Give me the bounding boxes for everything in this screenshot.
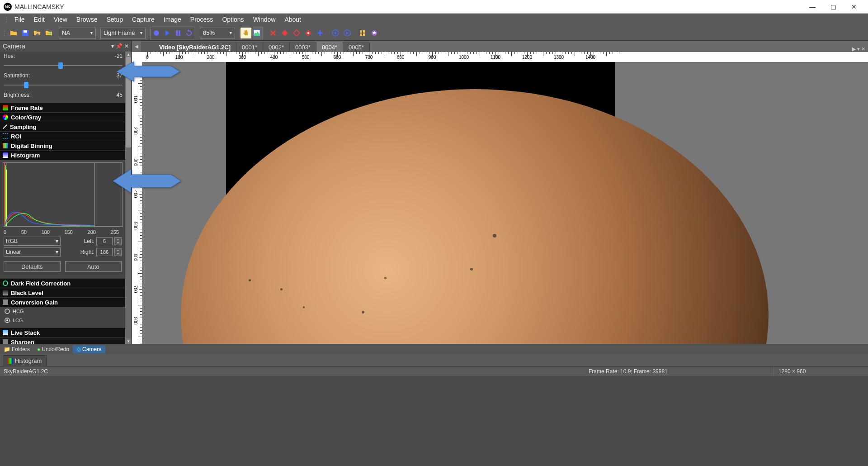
tab-video[interactable]: Video [SkyRaiderAG1.2C] xyxy=(141,42,236,52)
record-button[interactable] xyxy=(151,28,162,38)
histogram-axis: 050100150200255 xyxy=(0,229,123,235)
menu-process[interactable]: Process xyxy=(186,14,218,25)
new-image-button[interactable] xyxy=(251,28,262,38)
svg-rect-11 xyxy=(360,33,362,36)
frame-type-combo[interactable]: Light Frame▾ xyxy=(100,28,146,38)
menu-file[interactable]: File xyxy=(10,14,29,25)
saturation-slider[interactable] xyxy=(4,81,123,90)
captured-image xyxy=(226,62,615,344)
nav-forward-button[interactable] xyxy=(342,28,353,38)
save-button[interactable] xyxy=(20,28,31,38)
section-dark-field[interactable]: Dark Field Correction▾ xyxy=(0,278,132,288)
tabs-close-icon[interactable]: ✕ xyxy=(861,46,865,52)
histogram-auto-button[interactable]: Auto xyxy=(65,261,122,272)
svg-rect-1 xyxy=(24,30,27,33)
menu-setup[interactable]: Setup xyxy=(102,14,127,25)
grip-icon: ⋮ xyxy=(2,30,7,36)
window-titlebar: MC MALLINCAMSKY — ▢ ✕ xyxy=(0,0,868,14)
menu-image[interactable]: Image xyxy=(159,14,186,25)
camera-tab[interactable]: ◎Camera xyxy=(73,345,105,353)
grip-icon: ⋮ xyxy=(3,16,10,23)
section-histogram[interactable]: Histogram▴ xyxy=(0,150,132,160)
play-button[interactable] xyxy=(162,28,173,38)
hcg-radio-row[interactable]: HCG xyxy=(0,307,132,316)
minimize-button[interactable]: — xyxy=(802,0,823,14)
blue-plus-button[interactable] xyxy=(315,28,326,38)
undo-redo-tab[interactable]: ●Undo/Redo xyxy=(33,345,73,353)
section-sharpen[interactable]: Sharpen▾ xyxy=(0,337,132,344)
pin-icon[interactable]: 📌 xyxy=(116,43,123,49)
brightness-value: 45 xyxy=(117,92,123,98)
section-roi[interactable]: ROI▾ xyxy=(0,131,132,141)
hist-right-input[interactable] xyxy=(96,248,113,256)
hue-slider[interactable] xyxy=(4,61,123,70)
section-sampling[interactable]: Sampling▾ xyxy=(0,122,132,131)
na-combo[interactable]: NA▾ xyxy=(59,28,96,38)
section-live-stack[interactable]: Live Stack▾ xyxy=(0,328,132,337)
image-tabstrip: ◀ Video [SkyRaiderAG1.2C] 0001* 0002* 00… xyxy=(132,41,868,52)
tabs-nav-left[interactable]: ◀ xyxy=(133,43,140,50)
status-frame-rate: Frame Rate: 10.9; Frame: 39981 xyxy=(584,366,774,376)
histogram-scale-select[interactable]: Linear▾ xyxy=(4,247,61,257)
frame-type-label: Light Frame xyxy=(104,29,135,36)
menu-about[interactable]: About xyxy=(280,14,306,25)
effects-2-button[interactable] xyxy=(369,28,380,38)
tabs-nav-right[interactable]: ▶ xyxy=(852,46,856,52)
menu-view[interactable]: View xyxy=(49,14,72,25)
histogram-icon xyxy=(8,358,13,364)
hist-left-spinner[interactable]: ▲▼ xyxy=(114,237,122,245)
status-resolution: 1280 × 960 xyxy=(774,366,864,376)
hist-right-spinner[interactable]: ▲▼ xyxy=(114,248,122,256)
transfer-button[interactable] xyxy=(43,28,54,38)
nav-back-button[interactable] xyxy=(330,28,341,38)
camera-panel-header[interactable]: Camera ▾ 📌 ✕ xyxy=(0,41,132,52)
histogram-mode-select[interactable]: RGB▾ xyxy=(4,237,61,246)
histogram-display[interactable] xyxy=(3,162,123,227)
open-file-button[interactable] xyxy=(8,28,19,38)
menu-window[interactable]: Window xyxy=(249,14,280,25)
maximize-button[interactable]: ▢ xyxy=(823,0,844,14)
dropdown-icon[interactable]: ▾ xyxy=(111,43,114,49)
menu-edit[interactable]: Edit xyxy=(29,14,49,25)
saturation-slider-row: Saturation: 37 xyxy=(0,71,132,90)
image-canvas[interactable] xyxy=(142,62,868,344)
browse-button[interactable] xyxy=(32,28,42,38)
histogram-dock-tab[interactable]: Histogram xyxy=(3,355,47,366)
folders-tab[interactable]: 📁Folders xyxy=(0,345,33,353)
red-diamond-1-button[interactable] xyxy=(279,28,290,38)
hist-left-input[interactable] xyxy=(96,237,113,245)
effects-1-button[interactable] xyxy=(357,28,368,38)
menu-browse[interactable]: Browse xyxy=(72,14,102,25)
zoom-value: 85% xyxy=(203,29,215,36)
status-camera-name: SkyRaiderAG1.2C xyxy=(4,368,48,375)
app-logo-icon: MC xyxy=(4,3,12,11)
tabs-menu-icon[interactable]: ▾ xyxy=(857,46,860,52)
tab-0001[interactable]: 0001* xyxy=(236,42,263,52)
hist-left-label: Left: xyxy=(84,238,94,244)
lcg-radio-row[interactable]: LCG xyxy=(0,316,132,325)
section-color-gray[interactable]: Color/Gray▾ xyxy=(0,112,132,122)
svg-marker-17 xyxy=(113,169,181,193)
section-frame-rate[interactable]: Frame Rate▾ xyxy=(0,103,132,112)
zoom-combo[interactable]: 85%▾ xyxy=(200,28,235,38)
loop-button[interactable] xyxy=(184,28,194,38)
tab-0002[interactable]: 0002* xyxy=(263,42,290,52)
section-conversion-gain[interactable]: Conversion Gain▴ xyxy=(0,297,132,307)
menu-options[interactable]: Options xyxy=(217,14,248,25)
section-black-level[interactable]: Black Level▾ xyxy=(0,288,132,297)
red-diamond-2-button[interactable] xyxy=(291,28,302,38)
hue-slider-row: Hue: -21 xyxy=(0,52,132,71)
red-x-button[interactable] xyxy=(268,28,278,38)
close-panel-icon[interactable]: ✕ xyxy=(124,43,129,49)
close-button[interactable]: ✕ xyxy=(844,0,864,14)
panel-scrollbar[interactable]: ▲ ▼ xyxy=(125,52,132,344)
menu-capture[interactable]: Capture xyxy=(127,14,159,25)
pause-button[interactable] xyxy=(173,28,184,38)
red-diamond-3-button[interactable] xyxy=(303,28,314,38)
tab-0004[interactable]: 0004* xyxy=(316,42,343,52)
section-digital-binning[interactable]: Digital Binning▾ xyxy=(0,141,132,150)
tab-0003[interactable]: 0003* xyxy=(290,42,316,52)
hand-tool-button[interactable] xyxy=(241,28,251,38)
tab-0005[interactable]: 0005* xyxy=(343,42,370,52)
histogram-defaults-button[interactable]: Defaults xyxy=(4,261,61,272)
